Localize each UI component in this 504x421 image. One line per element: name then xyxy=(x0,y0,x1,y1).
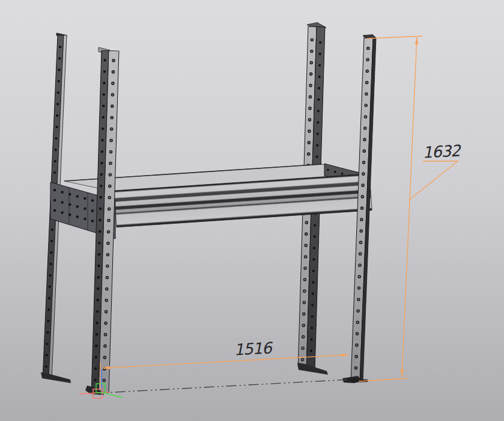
plate-hole xyxy=(334,171,336,173)
3d-viewport[interactable]: 1632 1516 xyxy=(0,0,504,421)
dimension-height-value[interactable]: 1632 xyxy=(422,141,462,161)
plate-hole xyxy=(61,201,63,203)
plate-hole xyxy=(76,195,79,197)
plate-hole xyxy=(76,205,79,207)
plate-hole xyxy=(327,169,329,171)
plate-hole xyxy=(53,199,56,201)
plate-hole xyxy=(68,203,71,206)
plate-hole xyxy=(83,218,86,220)
plate-hole xyxy=(61,191,63,193)
plate-hole xyxy=(91,209,94,212)
plate-hole xyxy=(53,209,56,212)
plate-hole xyxy=(61,211,63,214)
plate-hole xyxy=(91,199,94,201)
plate-hole xyxy=(83,197,86,200)
dimension-width-value[interactable]: 1516 xyxy=(234,339,274,358)
plate-hole xyxy=(83,207,86,210)
plate-hole xyxy=(341,173,344,175)
plate-hole xyxy=(91,220,94,222)
plate-hole xyxy=(68,214,71,216)
plate-hole xyxy=(53,189,56,191)
plate-hole xyxy=(76,215,79,218)
plate-hole xyxy=(68,193,71,195)
